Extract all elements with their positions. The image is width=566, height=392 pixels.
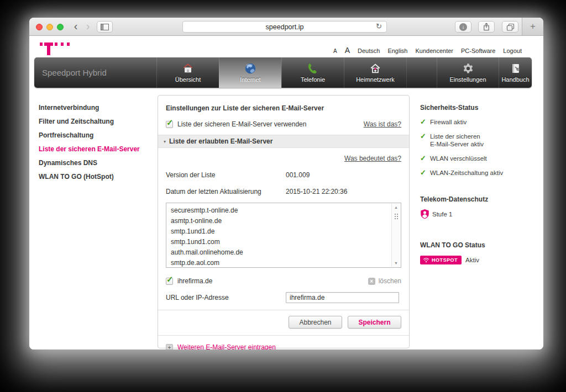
back-button[interactable]: ‹	[70, 19, 81, 34]
entry-checkbox[interactable]: ✓	[166, 278, 173, 285]
status-text: Firewall aktiv	[430, 118, 467, 126]
minimize-window-button[interactable]	[46, 24, 53, 30]
close-window-button[interactable]	[36, 24, 43, 30]
link-kundencenter[interactable]: Kundencenter	[415, 47, 453, 54]
use-list-checkbox[interactable]: ✓	[166, 121, 173, 128]
tab-telefonie[interactable]: Telefonie	[281, 57, 344, 88]
hotspot-status-row: HOTSPOT Aktiv	[420, 256, 528, 264]
telekom-logo	[39, 40, 78, 57]
menu-wlan-to-go[interactable]: WLAN TO GO (HotSpot)	[39, 173, 152, 181]
version-value: 001.009	[286, 171, 310, 179]
browser-window: ‹ › speedport.ip ↻ ↓	[29, 18, 543, 349]
check-icon: ✓	[420, 169, 426, 177]
font-size-small-button[interactable]: A	[333, 48, 337, 54]
wifi-icon	[423, 257, 429, 263]
logo-dot	[61, 43, 64, 46]
add-icon: +	[166, 344, 173, 350]
browser-toolbar: ‹ › speedport.ip ↻ ↓	[29, 18, 543, 36]
server-list-item: auth.mail.onlinehome.de	[171, 247, 387, 258]
tabs-icon	[506, 23, 515, 31]
tab-heimnetzwerk[interactable]: Heimnetzwerk	[344, 57, 406, 88]
sidebar-icon	[101, 24, 109, 30]
scroll-down-icon[interactable]: ▼	[392, 261, 400, 265]
sidebar-toggle-button[interactable]	[97, 21, 113, 33]
save-button[interactable]: Speichern	[348, 316, 401, 329]
shield-icon	[420, 209, 429, 219]
status-item: ✓ Firewall aktiv	[420, 118, 528, 126]
address-bar[interactable]: speedport.ip ↻	[182, 21, 387, 33]
version-label: Version der Liste	[166, 171, 286, 179]
url-text: speedport.ip	[266, 23, 304, 31]
tab-label: Einstellungen	[449, 76, 486, 83]
server-list-item: smtp.1und1.com	[171, 237, 387, 247]
link-english[interactable]: English	[387, 47, 407, 54]
add-server-link[interactable]: Weiteren E-Mail-Server eintragen	[177, 343, 276, 349]
zoom-window-button[interactable]	[57, 24, 64, 30]
menu-portfreischaltung[interactable]: Portfreischaltung	[39, 131, 152, 139]
tab-overview-button[interactable]	[502, 21, 518, 33]
settings-panel: Einstellungen zur Liste der sicheren E-M…	[158, 95, 410, 348]
cancel-button[interactable]: Abbrechen	[289, 316, 342, 329]
menu-dynamisches-dns[interactable]: Dynamisches DNS	[39, 159, 152, 167]
link-pc-software[interactable]: PC-Software	[461, 47, 495, 54]
was-bedeutet-das-link[interactable]: Was bedeutet das?	[344, 155, 401, 162]
tab-uebersicht[interactable]: Übersicht	[156, 57, 219, 88]
privacy-title: Telekom-Datenschutz	[420, 195, 528, 203]
delete-icon[interactable]: ×	[368, 278, 375, 285]
wlan-to-go-title: WLAN TO GO Status	[420, 241, 528, 249]
share-icon	[483, 23, 490, 31]
delete-link[interactable]: löschen	[379, 277, 401, 285]
server-list-item: asmtp.t-online.de	[171, 216, 387, 226]
allowed-servers-section-header[interactable]: ▾ Liste der erlaubten E-Mail-Server	[158, 135, 409, 148]
entry-label: ihrefirma.de	[177, 277, 212, 285]
server-list-item: securesmtp.t-online.de	[171, 205, 387, 216]
share-button[interactable]	[478, 21, 495, 33]
reload-icon[interactable]: ↻	[376, 22, 382, 30]
status-text: Liste der sicherenE-Mail-Server aktiv	[430, 133, 484, 148]
history-nav-buttons: ‹ ›	[70, 19, 93, 34]
status-item: ✓ WLAN verschlüsselt	[420, 155, 528, 162]
phone-icon	[307, 62, 319, 75]
globe-icon	[244, 62, 256, 75]
status-item: ✓ WLAN-Zeitschaltung aktiv	[420, 169, 528, 177]
tab-label: Handbuch	[501, 76, 529, 83]
status-item: ✓ Liste der sicherenE-Mail-Server aktiv	[420, 133, 528, 148]
server-list-box[interactable]: securesmtp.t-online.de asmtp.t-online.de…	[166, 203, 401, 268]
privacy-level: Stufe 1	[432, 211, 452, 218]
divider	[158, 335, 409, 336]
url-field-label: URL oder IP-Adresse	[166, 294, 286, 301]
link-deutsch[interactable]: Deutsch	[358, 47, 380, 54]
server-list-item: smtp.1und1.de	[171, 226, 387, 237]
downloads-button[interactable]: ↓	[455, 21, 471, 33]
font-size-large-button[interactable]: A	[345, 46, 350, 55]
divider	[158, 310, 409, 310]
navbar-spacer	[406, 57, 437, 88]
header-links: A A Deutsch English Kundencenter PC-Soft…	[333, 46, 522, 55]
router-page: A A Deutsch English Kundencenter PC-Soft…	[29, 36, 543, 349]
logo-dot	[55, 43, 57, 46]
was-ist-das-link[interactable]: Was ist das?	[364, 120, 401, 128]
hotspot-status: Aktiv	[465, 257, 479, 263]
download-icon: ↓	[459, 23, 467, 31]
link-logout[interactable]: Logout	[503, 47, 522, 54]
update-date-label: Datum der letzten Aktualisierung	[166, 188, 286, 195]
section-title: Liste der erlaubten E-Mail-Server	[169, 137, 272, 145]
tab-label: Telefonie	[301, 76, 325, 83]
tab-internet[interactable]: Internet	[219, 57, 281, 88]
scrollbar-thumb[interactable]	[395, 214, 396, 215]
logo-stem	[47, 43, 50, 55]
menu-filter-zeitschaltung[interactable]: Filter und Zeitschaltung	[39, 118, 152, 125]
tab-einstellungen[interactable]: Einstellungen	[437, 57, 499, 88]
tab-handbuch[interactable]: Handbuch	[499, 57, 532, 88]
check-icon: ✓	[420, 133, 426, 148]
list-scrollbar[interactable]: ▲ ▼	[391, 204, 400, 267]
left-menu: Internetverbindung Filter und Zeitschalt…	[39, 104, 152, 187]
menu-sichere-email-server[interactable]: Liste der sicheren E-Mail-Server	[39, 145, 152, 153]
menu-internetverbindung[interactable]: Internetverbindung	[39, 104, 152, 112]
use-list-label: Liste der sicheren E-Mail-Server verwend…	[177, 120, 306, 128]
hotspot-badge: HOTSPOT	[420, 256, 462, 264]
scroll-up-icon[interactable]: ▲	[392, 205, 400, 209]
new-tab-button[interactable]: +	[522, 18, 543, 35]
url-input[interactable]	[286, 292, 399, 303]
forward-button[interactable]: ›	[82, 19, 93, 34]
